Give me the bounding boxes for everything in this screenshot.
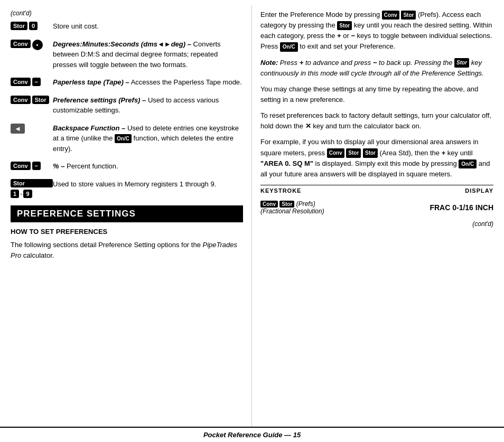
reset-para: To reset preferences back to factory def… <box>260 110 493 131</box>
backspace-key: ◄ <box>11 124 25 134</box>
left-body-text: The following sections detail Preference… <box>11 240 243 261</box>
ks-display-1: FRAC 0-1/16 INCH <box>430 203 493 212</box>
entry-key-stor0: Stor 0 <box>11 21 53 30</box>
stor-memory-text: Used to store values in Memory registers… <box>53 179 243 190</box>
conv-ks: Conv <box>260 201 278 208</box>
plus-ex: + <box>442 149 446 157</box>
display-value-1: FRAC 0-1/16 INCH <box>430 203 493 212</box>
example-para: For example, if you wish to display all … <box>260 137 493 180</box>
pipetrades-name: PipeTrades Pro <box>11 241 237 259</box>
ks-key-1: Conv Stor (Prefs) (Fractional Resolution… <box>260 200 430 215</box>
prefs-label-ks: (Prefs) <box>296 200 315 208</box>
dms-text: Degrees:Minutes:Seconds (dms◄►deg) – Con… <box>53 39 243 70</box>
plus-sym: + <box>337 32 341 40</box>
entry-backspace: ◄ Backspace Function – Used to delete en… <box>11 123 243 154</box>
percent-text: % – Percent function. <box>53 161 243 172</box>
minus-sym: − <box>351 32 355 40</box>
entry-key-backspace: ◄ <box>11 123 53 134</box>
percent-label: % – <box>53 162 64 170</box>
stor-key-mem: Stor <box>11 179 53 187</box>
conv-key-ex: Conv <box>327 148 344 158</box>
intro-para: Enter the Preference Mode by pressing Co… <box>260 10 493 52</box>
stor-key: Stor <box>11 22 27 30</box>
entry-dms: Conv • Degrees:Minutes:Seconds (dms◄►deg… <box>11 39 243 70</box>
dot-key: • <box>32 40 43 50</box>
entry-store-unit-cost: Stor 0 Store unit cost. <box>11 21 243 32</box>
entry-key-conv-dot: Conv • <box>11 39 53 50</box>
entry-paperless-tape: Conv − Paperless tape (Tape) – Accesses … <box>11 77 243 88</box>
fractional-label: (Fractional Resolution) <box>260 208 430 215</box>
right-column: Enter the Preference Mode by pressing Co… <box>252 5 504 427</box>
dash-sep: - <box>20 190 22 198</box>
pref-settings-text: Preference settings (Prefs) – Used to ac… <box>53 95 243 116</box>
nine-key: 9 <box>23 190 32 198</box>
ks-display-header-row: KEYSTROKE DISPLAY <box>260 185 493 196</box>
conv-key-pct: Conv <box>11 162 31 170</box>
stor-key-ex1: Stor <box>346 148 361 158</box>
one-key: 1 <box>11 190 19 198</box>
conv-key-intro: Conv <box>382 11 399 20</box>
backspace-text: Backspace Function – Used to delete entr… <box>53 123 243 154</box>
paperless-tape-text: Paperless tape (Tape) – Accesses the Pap… <box>53 77 243 88</box>
num-range: 1 - 9 <box>11 190 53 198</box>
stor-key-pref: Stor <box>32 96 49 104</box>
display-header: DISPLAY <box>465 187 493 194</box>
contd-top-left: (cont'd) <box>11 10 243 17</box>
x-key-sym: ✕ <box>305 122 311 130</box>
stor-note: Stor <box>454 58 469 68</box>
entry-key-conv-stor: Conv Stor <box>11 95 53 104</box>
note-body: Press + to advance and press − to back u… <box>260 59 484 77</box>
area-display: "AREA 0. SQ M" <box>260 159 313 167</box>
ks-keys-line1: Conv Stor (Prefs) <box>260 200 430 208</box>
entry-stor-memory: Stor 1 - 9 Used to store values in Memor… <box>11 179 243 198</box>
pref-label: Preference settings (Prefs) – <box>53 96 146 104</box>
conv-key-dms: Conv <box>11 40 31 48</box>
conv-key-tape: Conv <box>11 78 31 86</box>
tape-label: Paperless tape (Tape) – <box>53 78 129 86</box>
stor-key-ex2: Stor <box>363 148 378 158</box>
entry-pref-settings: Conv Stor Preference settings (Prefs) – … <box>11 95 243 116</box>
stor-ks: Stor <box>279 201 294 208</box>
conv-key-pref: Conv <box>11 96 31 104</box>
entry-key-conv-minus2: Conv − <box>11 161 53 170</box>
footer-text: Pocket Reference Guide — 15 <box>203 431 301 439</box>
onc-inline-backspace: On/C <box>115 134 132 143</box>
page-footer: Pocket Reference Guide — 15 <box>0 427 504 442</box>
onc-key-ex: On/C <box>459 159 477 169</box>
plus-note: + <box>300 59 304 67</box>
pref-settings-header: PREFERENCE SETTINGS <box>11 205 243 222</box>
tape-desc: Accesses the Paperless Tape mode. <box>131 78 242 86</box>
stor-keys-memory: Stor 1 - 9 <box>11 179 53 198</box>
stor-key-intro: Stor <box>401 11 416 20</box>
minus-key-pct: − <box>32 162 41 170</box>
minus-note: − <box>373 59 377 67</box>
change-para: You may change these settings at any tim… <box>260 84 493 105</box>
minus-key-tape: − <box>32 78 41 86</box>
backspace-label: Backspace Function – <box>53 124 125 132</box>
pref-settings-header-text: PREFERENCE SETTINGS <box>17 209 136 219</box>
ks-row-1: Conv Stor (Prefs) (Fractional Resolution… <box>260 198 493 217</box>
contd-bottom-right: (cont'd) <box>260 220 493 228</box>
left-column: (cont'd) Stor 0 Store unit cost. Conv • … <box>0 5 252 427</box>
page-content: (cont'd) Stor 0 Store unit cost. Conv • … <box>0 0 504 427</box>
stor-key-intro2: Stor <box>337 21 352 31</box>
zero-key: 0 <box>29 22 38 30</box>
how-to-set-header: HOW TO SET PREFERENCES <box>11 228 243 236</box>
keystroke-header: KEYSTROKE <box>260 187 301 194</box>
entry-key-conv-minus: Conv − <box>11 77 53 86</box>
note-label: Note: <box>260 59 278 67</box>
percent-desc: Percent function. <box>67 162 118 170</box>
onc-key-intro: On/C <box>280 42 298 52</box>
dms-label: Degrees:Minutes:Seconds (dms◄►deg) – <box>53 40 191 48</box>
note-para: Note: Press + to advance and press − to … <box>260 58 493 79</box>
store-unit-cost-text: Store unit cost. <box>53 21 243 32</box>
entry-percent: Conv − % – Percent function. <box>11 161 243 172</box>
